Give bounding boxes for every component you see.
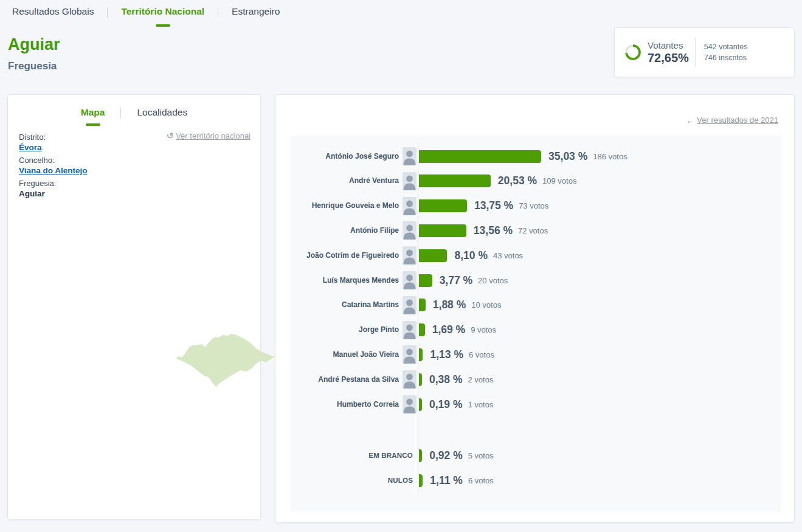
turnout-percent: 72,65% [648,51,689,65]
candidate-photo [403,271,417,289]
result-percent: 1,69 % [432,323,465,336]
turnout-divider [695,38,696,67]
candidate-row: António José Seguro 35,03 % 186 votos [291,146,781,167]
candidate-name: Catarina Martins [291,301,399,309]
map-panel-tabs: Mapa Localidades [8,107,260,118]
result-votes: 43 votos [493,251,523,260]
result-percent: 8,10 % [454,249,487,262]
page-subtitle: Freguesia [8,60,57,72]
result-votes: 6 votos [468,476,494,485]
result-percent: 1,88 % [433,299,466,311]
result-votes: 72 votos [518,226,548,235]
candidate-photo [403,172,417,190]
view-2021-results-link[interactable]: ← Ver resultados de 2021 [686,115,778,125]
result-percent: 35,03 % [548,150,587,163]
candidate-name: Humberto Correia [291,401,399,409]
result-votes: 186 votos [593,152,627,161]
result-votes: 10 votos [471,300,501,309]
tab-label: Mapa [81,107,105,117]
municipality-label: Concelho: [19,156,88,165]
result-percent: 20,53 % [498,174,537,187]
result-percent: 1,13 % [430,348,463,361]
parish-label: Freguesia: [19,179,88,188]
tab-mapa[interactable]: Mapa [81,107,105,118]
result-bar [419,474,423,487]
parish-map-shape[interactable] [176,330,282,393]
page: Resultados Globais Território Nacional E… [0,0,802,532]
tab-resultados-globais[interactable]: Resultados Globais [12,6,94,18]
district-link[interactable]: Évora [19,143,42,152]
result-votes: 1 votos [468,400,493,409]
turnout-label: Votantes [648,40,689,50]
result-votes: 109 votos [542,176,576,185]
tab-divider [120,108,121,118]
tab-localidades[interactable]: Localidades [137,107,187,118]
result-percent: 3,77 % [440,274,472,287]
result-bar [419,373,422,386]
tab-label: Território Nacional [121,6,204,16]
candidate-photo [403,345,417,364]
candidate-name: João Cotrim de Figueiredo [291,252,399,260]
candidate-photo [403,370,417,389]
result-percent: 13,75 % [474,199,513,212]
map-panel: Mapa Localidades ↺ Ver território nacion… [7,94,261,520]
nav-divider [218,7,218,18]
candidate-name: António Filipe [291,227,399,235]
results-chart: António José Seguro 35,03 % 186 votos An… [291,136,781,511]
parish-value: Aguiar [19,189,88,198]
candidate-photo [403,147,417,165]
special-row: EM BRANCO 0,92 % 5 votos [291,445,781,466]
candidate-name: André Pestana da Silva [291,376,399,384]
candidate-row: Humberto Correia 0,19 % 1 votos [291,394,781,415]
undo-icon: ↺ [166,131,173,140]
result-percent: 1,11 % [430,474,463,487]
candidate-row: Manuel João Vieira 1,13 % 6 votos [291,344,781,365]
link-label: Ver território nacional [176,131,251,140]
candidate-row: Catarina Martins 1,88 % 10 votos [291,295,781,316]
candidate-name: António José Seguro [291,153,399,161]
result-bar [419,449,422,462]
candidate-photo [403,296,417,314]
result-bar [419,199,467,212]
candidate-photo [403,197,417,215]
result-bar [419,150,541,163]
special-label: EM BRANCO [291,452,413,460]
result-bar [419,299,426,311]
result-votes: 73 votos [519,201,548,210]
result-votes: 5 votos [468,451,494,460]
result-bar [419,224,466,237]
left-arrow-icon: ← [686,115,695,125]
link-label: Ver resultados de 2021 [697,116,778,125]
result-votes: 2 votos [468,375,493,384]
candidate-photo [403,246,417,264]
result-bar [419,348,423,361]
top-nav: Resultados Globais Território Nacional E… [12,6,280,18]
candidate-row: João Cotrim de Figueiredo 8,10 % 43 voto… [291,245,781,266]
nav-divider [107,7,108,18]
special-label: NULOS [291,477,413,485]
result-bar [419,323,425,336]
voters-count: 542 votantes [704,41,748,52]
candidate-row: André Ventura 20,53 % 109 votos [291,171,781,192]
candidate-photo [403,321,417,339]
result-percent: 0,38 % [429,373,462,386]
chart-axis [418,142,418,492]
candidate-photo [403,221,417,240]
district-label: Distrito: [19,133,88,142]
candidate-name: Manuel João Vieira [291,351,399,359]
result-votes: 9 votos [471,325,496,334]
result-bar [419,174,491,187]
tab-territorio-nacional[interactable]: Território Nacional [121,6,204,18]
view-national-territory-link[interactable]: ↺ Ver território nacional [166,131,251,140]
candidate-name: Jorge Pinto [291,326,399,334]
candidate-name: Henrique Gouveia e Melo [291,202,399,210]
result-bar [419,274,432,287]
turnout-counts: 542 votantes 746 inscritos [704,41,748,63]
tab-estrangeiro[interactable]: Estrangeiro [232,6,280,18]
turnout-summary: Votantes 72,65% [648,40,689,65]
candidate-row: António Filipe 13,56 % 72 votos [291,220,781,241]
candidate-row: Henrique Gouveia e Melo 13,75 % 73 votos [291,196,781,216]
municipality-link[interactable]: Viana do Alentejo [19,166,88,175]
turnout-donut-chart [624,44,641,61]
candidate-row: Luís Marques Mendes 3,77 % 20 votos [291,270,781,291]
